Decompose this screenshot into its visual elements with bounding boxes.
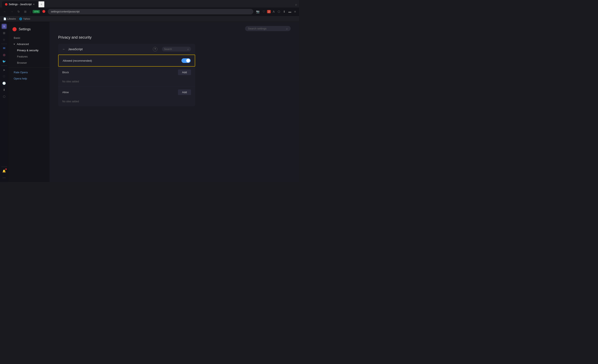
tab-close-button[interactable]: ✕	[33, 3, 35, 6]
sidebar-icon-more[interactable]: ···	[1, 175, 7, 181]
js-help-button[interactable]: ?	[153, 47, 158, 51]
sidebar-item-rate[interactable]: Rate Opera	[9, 69, 48, 75]
search-settings-container[interactable]: ⌕	[245, 26, 291, 31]
sidebar-icon-twitter[interactable]: 🐦	[1, 58, 7, 64]
sidebar-icon-heart[interactable]: ♡	[1, 74, 7, 80]
opera-help-link[interactable]: Opera help	[14, 77, 27, 80]
tab-grid-button[interactable]: ⊞	[23, 9, 28, 14]
sidebar-icon-extensions[interactable]: ⬡	[1, 94, 7, 99]
back-button[interactable]: ←	[2, 9, 8, 14]
main-layout: S ⊞ ☆ ✉ ◎ 🐦 ➤ ♡ 🕐 ⬇ ⬡ 🔔 ··· Settings Bas…	[0, 22, 299, 182]
sidebar-item-basic[interactable]: Basic	[9, 35, 48, 41]
bookmark-lifewire[interactable]: 📄 Lifewire	[2, 17, 17, 21]
sidebar-icon-star[interactable]: ☆	[1, 37, 7, 42]
allow-empty-text: No sites added	[58, 98, 195, 106]
opera-logo	[42, 10, 45, 14]
icon-divider3	[1, 167, 7, 167]
javascript-panel: ← JavaScript ? ⌕ Allowed (recommended)	[58, 44, 195, 106]
block-empty-text: No sites added	[58, 78, 195, 86]
sidebar-divider	[8, 67, 50, 68]
search-settings-input[interactable]	[248, 27, 284, 30]
js-search-container[interactable]: ⌕	[162, 47, 191, 51]
downloads-button[interactable]: ⬇	[282, 9, 287, 14]
forward-button[interactable]: →	[9, 9, 15, 14]
block-add-button[interactable]: Add	[178, 70, 191, 75]
nav-separator: |	[30, 10, 31, 13]
camera-button[interactable]: 📷	[255, 9, 261, 14]
allowed-toggle[interactable]	[182, 58, 191, 63]
sidebar-item-browser[interactable]: Browser	[9, 60, 48, 66]
tab-title: Settings - JavaScript	[9, 3, 32, 6]
main-content: ⌕ Privacy and security ← JavaScript ? ⌕ …	[50, 22, 299, 182]
allow-section-row: Allow Add	[58, 87, 195, 98]
bookmarks-bar: 📄 Lifewire 🌐 Yahoo	[0, 16, 299, 22]
avatar-icon: S	[2, 24, 7, 29]
opera-logo-sidebar	[12, 27, 17, 31]
js-search-icon: ⌕	[187, 48, 189, 51]
toggle-slider	[182, 58, 191, 63]
extensions-button[interactable]: ⬡	[277, 9, 281, 14]
block-section-row: Block Add	[58, 67, 195, 78]
sidebar-icon-home2[interactable]: ⊞	[1, 30, 7, 36]
icon-sidebar: S ⊞ ☆ ✉ ◎ 🐦 ➤ ♡ 🕐 ⬇ ⬡ 🔔 ···	[0, 22, 8, 182]
allow-label: Allow	[62, 91, 69, 94]
sidebar-icon-messenger[interactable]: ✉	[1, 45, 7, 51]
settings-title-section: Settings	[8, 25, 50, 35]
active-tab[interactable]: Settings - JavaScript ✕	[2, 1, 38, 8]
sidebar-icon-downloads[interactable]: ⬇	[1, 87, 7, 93]
url-text: settings/content/javascript	[51, 10, 80, 13]
sidebar-item-features[interactable]: Features	[9, 54, 48, 60]
battery-button[interactable]: ▬	[287, 9, 292, 14]
menu-button[interactable]: ≡	[293, 9, 297, 14]
sidebar-icon-send[interactable]: ➤	[1, 67, 7, 73]
icon-divider2	[1, 65, 7, 66]
wallet-button[interactable]: A	[272, 9, 275, 14]
search-bar-row: ⌕	[58, 26, 291, 31]
js-panel-title: JavaScript	[68, 47, 150, 51]
allow-section: Allow Add No sites added	[58, 87, 195, 106]
block-label: Block	[62, 71, 69, 74]
bookmark-yahoo[interactable]: 🌐 Yahoo	[18, 17, 31, 21]
sidebar-icon-instagram[interactable]: ◎	[1, 52, 7, 58]
settings-title: Settings	[19, 27, 31, 31]
rate-opera-link[interactable]: Rate Opera	[14, 71, 28, 74]
allow-add-button[interactable]: Add	[178, 89, 191, 95]
refresh-button[interactable]: ↻	[16, 9, 21, 14]
js-search-input[interactable]	[164, 48, 186, 51]
url-bar[interactable]: settings/content/javascript	[48, 9, 253, 14]
vpn-badge[interactable]: VPN	[33, 10, 40, 13]
sidebar-icon-notifications[interactable]: 🔔	[1, 168, 7, 174]
settings-sidebar: Settings Basic ▾ Advanced Privacy & secu…	[8, 22, 50, 182]
bookmark-icon: 📄	[3, 17, 7, 20]
nav-tools: 📷 ♡ 2 A ⬡ ⬇ ▬ ≡	[255, 9, 297, 14]
js-back-button[interactable]: ←	[62, 47, 66, 51]
myflow-button[interactable]: 2	[267, 10, 271, 13]
block-section: Block Add No sites added	[58, 67, 195, 87]
sidebar-icon-home[interactable]: S	[1, 24, 7, 29]
allowed-label: Allowed (recommended)	[63, 59, 92, 62]
sidebar-icon-history[interactable]: 🕐	[1, 80, 7, 86]
allowed-row: Allowed (recommended)	[58, 55, 195, 67]
js-panel-header: ← JavaScript ? ⌕	[58, 44, 195, 55]
sidebar-item-help[interactable]: Opera help	[9, 75, 48, 81]
heart-button[interactable]: ♡	[261, 9, 266, 14]
collapse-arrow: ▾	[14, 43, 15, 45]
page-section-title: Privacy and security	[58, 35, 291, 40]
tab-search-button[interactable]: ⌕	[295, 3, 297, 6]
sidebar-item-privacy[interactable]: Privacy & security	[9, 47, 48, 53]
tab-favicon	[5, 3, 8, 6]
sidebar-item-advanced[interactable]: ▾ Advanced	[9, 41, 48, 47]
new-tab-button[interactable]: +	[38, 1, 44, 8]
bookmark-icon: 🌐	[19, 17, 22, 20]
search-icon: ⌕	[286, 27, 288, 30]
